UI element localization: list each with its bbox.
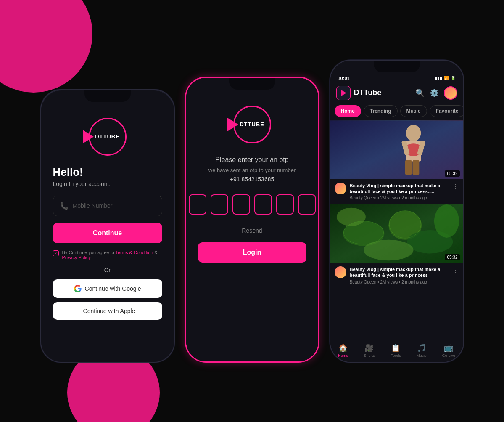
music-nav-label: Music bbox=[417, 353, 427, 358]
phone-app: 10:01 ▮▮▮ 📶 🔋 DTTube bbox=[330, 60, 464, 363]
terms-row: By Continue you agree to Terms & Conditi… bbox=[53, 250, 162, 260]
shorts-nav-icon: 🎥 bbox=[364, 343, 374, 353]
bottom-nav: 🏠 Home 🎥 Shorts 📋 Feeds 🎵 Music bbox=[330, 340, 463, 362]
user-avatar[interactable] bbox=[444, 86, 457, 100]
notch-2 bbox=[229, 78, 275, 90]
login-subtitle: Login In your account. bbox=[53, 180, 111, 187]
video-info-1: Beauty Vlog | simple mackup that make a … bbox=[350, 183, 449, 201]
otp-title: Please enter your an otp bbox=[215, 156, 288, 164]
video-thumb-2[interactable]: 05:32 bbox=[330, 204, 463, 263]
status-bar: 10:01 ▮▮▮ 📶 🔋 bbox=[330, 72, 463, 82]
app-logo-row: DTTube bbox=[336, 86, 382, 100]
otp-logo-circle: DTTUBE bbox=[233, 106, 271, 143]
app-header: DTTube 🔍 ⚙️ bbox=[330, 82, 463, 104]
otp-box-6[interactable] bbox=[298, 194, 316, 215]
more-icon-2[interactable]: ⋮ bbox=[452, 266, 459, 274]
svg-point-1 bbox=[406, 125, 421, 141]
login-title: Hello! bbox=[53, 166, 83, 179]
otp-box-2[interactable] bbox=[211, 194, 228, 215]
phone-icon: 📞 bbox=[60, 202, 69, 210]
google-signin-button[interactable]: Continue with Google bbox=[53, 279, 162, 298]
google-icon bbox=[74, 285, 82, 292]
video-channel-1: Beauty Queen • 2M views • 2 months ago bbox=[350, 196, 449, 200]
otp-screen: DTTUBE Please enter your an otp we have … bbox=[186, 90, 318, 361]
channel-avatar-1 bbox=[335, 183, 346, 194]
status-time: 10:01 bbox=[338, 76, 350, 81]
video-meta-1: Beauty Vlog | simple mackup that make a … bbox=[330, 179, 463, 204]
video-duration-2: 05:32 bbox=[445, 254, 459, 260]
home-nav-label: Home bbox=[338, 353, 348, 358]
otp-logo-container: DTTUBE bbox=[233, 106, 271, 143]
svg-rect-0 bbox=[330, 120, 463, 178]
svg-point-12 bbox=[364, 240, 414, 260]
shorts-nav-label: Shorts bbox=[364, 353, 375, 358]
login-screen: DTTUBE Hello! Login In your account. 📞 M… bbox=[41, 102, 174, 362]
phone-login: DTTUBE Hello! Login In your account. 📞 M… bbox=[40, 89, 175, 363]
signal-icon: ▮▮▮ bbox=[435, 76, 442, 80]
terms-text: By Continue you agree to Terms & Conditi… bbox=[62, 250, 162, 260]
apple-btn-label: Continue with Apple bbox=[83, 308, 135, 314]
logo-text: DTTUBE bbox=[95, 133, 120, 140]
nav-music[interactable]: 🎵 Music bbox=[417, 343, 427, 358]
settings-icon[interactable]: ⚙️ bbox=[430, 88, 439, 98]
google-btn-label: Continue with Google bbox=[85, 285, 141, 292]
search-icon[interactable]: 🔍 bbox=[415, 88, 425, 98]
music-nav-icon: 🎵 bbox=[417, 343, 426, 353]
svg-point-14 bbox=[434, 204, 459, 238]
otp-box-4[interactable] bbox=[254, 194, 272, 215]
resend-text[interactable]: Resend bbox=[242, 227, 262, 234]
nav-feeds[interactable]: 📋 Feeds bbox=[391, 343, 401, 358]
svg-rect-3 bbox=[405, 160, 412, 175]
video-card-1: 05:32 Beauty Vlog | simple mackup that m… bbox=[330, 120, 463, 204]
otp-login-button[interactable]: Login bbox=[198, 242, 306, 263]
video-thumb-1[interactable]: 05:32 bbox=[330, 120, 463, 179]
app-title: DTTube bbox=[354, 88, 382, 97]
svg-point-13 bbox=[336, 208, 365, 226]
otp-box-3[interactable] bbox=[232, 194, 250, 215]
video-info-2: Beauty Vlog | simple mackup that make a … bbox=[350, 266, 449, 284]
app-screen: 10:01 ▮▮▮ 📶 🔋 DTTube bbox=[330, 72, 463, 362]
or-divider: Or bbox=[104, 267, 111, 273]
logo-circle: DTTUBE bbox=[89, 118, 127, 156]
mobile-input-field[interactable]: 📞 Mobile Number bbox=[53, 196, 162, 216]
battery-icon: 🔋 bbox=[451, 76, 456, 80]
tab-home[interactable]: Home bbox=[335, 105, 361, 117]
feeds-nav-label: Feeds bbox=[391, 353, 401, 358]
tab-trending[interactable]: Trending bbox=[364, 105, 398, 117]
tab-music[interactable]: Music bbox=[400, 105, 427, 117]
notch-3 bbox=[374, 61, 420, 72]
wifi-icon: 📶 bbox=[444, 76, 449, 80]
otp-box-5[interactable] bbox=[276, 194, 294, 215]
tab-favourite[interactable]: Favourite bbox=[430, 105, 463, 117]
terms-checkbox[interactable] bbox=[53, 250, 59, 256]
video-duration-1: 05:32 bbox=[445, 170, 459, 177]
video-title-1: Beauty Vlog | simple mackup that make a … bbox=[350, 183, 449, 195]
feeds-nav-icon: 📋 bbox=[391, 343, 400, 353]
otp-input-row bbox=[189, 194, 316, 215]
app-logo-small bbox=[336, 86, 351, 100]
channel-avatar-2 bbox=[335, 266, 346, 278]
phone-otp: DTTUBE Please enter your an otp we have … bbox=[185, 77, 319, 363]
video-thumbnail-nature bbox=[330, 204, 463, 263]
nav-golive[interactable]: 📺 Go Live bbox=[442, 343, 455, 358]
mobile-placeholder: Mobile Number bbox=[73, 202, 113, 209]
home-nav-icon: 🏠 bbox=[338, 343, 348, 353]
notch-1 bbox=[84, 90, 131, 102]
logo-container: DTTUBE bbox=[89, 118, 127, 156]
otp-subtitle: we have sent an otp to your number bbox=[208, 167, 296, 173]
otp-box-1[interactable] bbox=[189, 194, 206, 215]
nav-shorts[interactable]: 🎥 Shorts bbox=[364, 343, 375, 358]
status-icons: ▮▮▮ 📶 🔋 bbox=[435, 76, 456, 80]
video-card-2: 05:32 Beauty Vlog | simple mackup that m… bbox=[330, 204, 463, 288]
video-meta-2: Beauty Vlog | simple mackup that make a … bbox=[330, 263, 463, 288]
terms-link[interactable]: Terms & Condition bbox=[116, 250, 153, 255]
apple-signin-button[interactable]: Continue with Apple bbox=[53, 302, 162, 320]
phones-container: DTTUBE Hello! Login In your account. 📞 M… bbox=[40, 60, 464, 363]
continue-button[interactable]: Continue bbox=[53, 223, 162, 243]
nav-home[interactable]: 🏠 Home bbox=[338, 343, 348, 358]
svg-rect-4 bbox=[412, 160, 419, 175]
privacy-link[interactable]: Privacy Policy bbox=[62, 255, 91, 260]
app-play-arrow-icon bbox=[341, 90, 346, 96]
more-icon-1[interactable]: ⋮ bbox=[452, 183, 459, 191]
video-channel-2: Beauty Queen • 2M views • 2 months ago bbox=[350, 280, 449, 284]
